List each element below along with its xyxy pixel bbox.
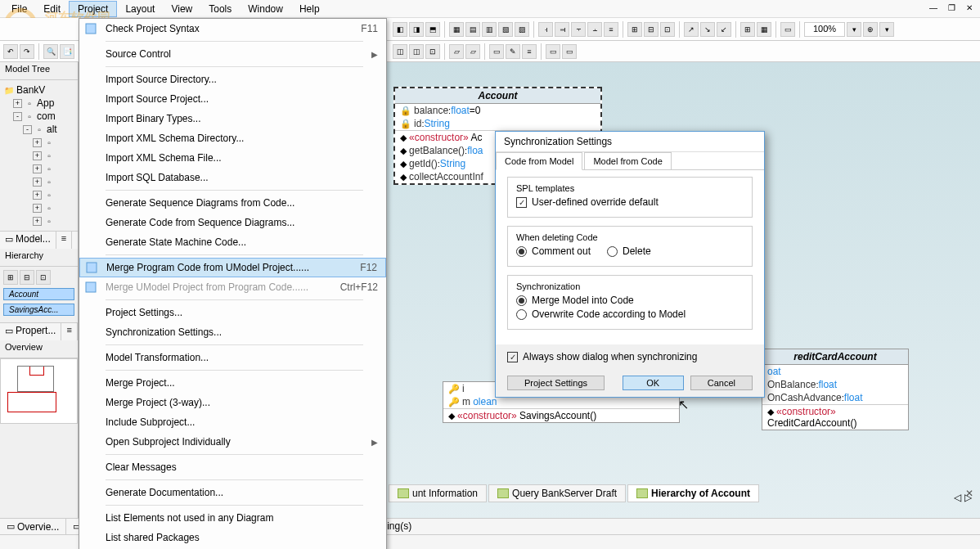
menu-item[interactable]: Import Source Directory... <box>79 70 386 89</box>
close-icon[interactable]: ✕ <box>962 2 977 13</box>
hierarchy-btn[interactable]: ⊟ <box>20 270 34 285</box>
menu-item[interactable]: Check Project SyntaxF11 <box>79 19 386 38</box>
tool-icon[interactable]: ▥ <box>482 22 497 37</box>
hierarchy-btn[interactable]: ⊞ <box>3 270 18 285</box>
menu-item[interactable]: Merge Project (3-way)... <box>79 393 386 412</box>
tool-icon[interactable]: ⬒ <box>425 22 440 37</box>
menu-window[interactable]: Window <box>240 2 291 16</box>
radio-overwrite[interactable]: Overwrite Code according to Model <box>516 308 744 320</box>
menu-item[interactable]: Generate Documentation... <box>79 483 386 502</box>
tool-icon[interactable]: ▱ <box>449 44 464 59</box>
align-right-icon[interactable]: ⫤ <box>555 22 569 37</box>
menu-item[interactable]: Synchronization Settings... <box>79 322 386 342</box>
tab-properties[interactable]: ▭ Propert... <box>0 323 61 340</box>
menu-item[interactable]: Import SQL Database... <box>79 168 386 187</box>
tool-icon[interactable]: ↗ <box>684 22 699 37</box>
align-top-icon[interactable]: ⫟ <box>571 22 586 37</box>
menu-project[interactable]: Project <box>69 1 117 17</box>
overview-thumbnail[interactable] <box>0 358 78 424</box>
menu-item[interactable]: Clear Messages <box>79 457 386 477</box>
menu-item[interactable]: List shared Packages <box>79 528 386 547</box>
tab-model-from-code[interactable]: Model from Code <box>584 152 671 169</box>
minimize-icon[interactable]: — <box>926 2 941 13</box>
menu-item[interactable]: Project Settings... <box>79 303 386 322</box>
menu-help[interactable]: Help <box>291 2 328 16</box>
redo-icon[interactable]: ↷ <box>20 44 34 59</box>
tool-icon[interactable]: ◫ <box>409 44 424 59</box>
stack-icon[interactable]: ≡ <box>522 44 537 59</box>
zoom-input[interactable]: 100% <box>804 22 845 37</box>
radio-comment-out[interactable]: Comment out <box>516 245 591 257</box>
menu-item[interactable]: Generate Code from Sequence Diagrams... <box>79 213 386 232</box>
fit-icon[interactable]: ⊕ <box>863 22 878 37</box>
dropdown-icon[interactable]: ▾ <box>847 22 861 37</box>
tree-item[interactable]: +▫ <box>2 201 76 214</box>
layer-icon[interactable]: ▭ <box>780 22 795 37</box>
tool-icon[interactable]: 📑 <box>60 44 74 59</box>
tab-other[interactable]: ≡ <box>61 323 77 340</box>
menu-item[interactable]: Generate Sequence Diagrams from Code... <box>79 193 386 213</box>
grid-icon[interactable]: ▦ <box>757 22 771 37</box>
hierarchy-node[interactable]: Account <box>3 288 74 300</box>
tool-icon[interactable]: ▱ <box>465 44 480 59</box>
grid-icon[interactable]: ⊞ <box>740 22 755 37</box>
tree-item[interactable]: +▫ <box>2 149 76 162</box>
tree-item[interactable]: +▫ <box>2 175 76 188</box>
tool-icon[interactable]: ◨ <box>409 22 424 37</box>
menu-tools[interactable]: Tools <box>200 2 240 16</box>
tool-icon[interactable]: ▭ <box>546 44 560 59</box>
tree-item[interactable]: +▫ <box>2 162 76 175</box>
tool-icon[interactable]: ▤ <box>465 22 480 37</box>
tree-item[interactable]: +▫ <box>2 188 76 201</box>
menu-item[interactable]: Model Transformation... <box>79 348 386 367</box>
tree-item[interactable]: +▫ <box>2 136 76 149</box>
menu-item[interactable]: Include Subproject... <box>79 412 386 432</box>
menu-item[interactable]: Import Binary Types... <box>79 109 386 128</box>
radio-merge[interactable]: Merge Model into Code <box>516 295 744 306</box>
dropdown-icon[interactable]: ▾ <box>879 22 894 37</box>
align-bottom-icon[interactable]: ⫠ <box>587 22 602 37</box>
menu-file[interactable]: File <box>3 2 35 16</box>
checkbox-icon[interactable]: ✓ <box>516 197 527 208</box>
hierarchy-node[interactable]: SavingsAcc... <box>3 304 74 316</box>
tool-icon[interactable]: ▧ <box>498 22 513 37</box>
hierarchy-btn[interactable]: ⊡ <box>36 270 51 285</box>
uml-class-credit[interactable]: reditCardAccount oat OnBalance:float OnC… <box>762 349 909 430</box>
radio-delete[interactable]: Delete <box>607 245 651 257</box>
tool-icon[interactable]: 🔍 <box>43 44 58 59</box>
checkbox-icon[interactable]: ✓ <box>507 352 518 362</box>
radio-icon[interactable] <box>607 246 618 257</box>
tool-icon[interactable]: ⊡ <box>660 22 675 37</box>
menu-item[interactable]: Merge Project... <box>79 373 386 393</box>
check-user-defined[interactable]: ✓ User-defined override default <box>516 196 744 208</box>
tab-code-from-model[interactable]: Code from Model <box>496 152 582 170</box>
menu-item[interactable]: Import XML Schema Directory... <box>79 128 386 148</box>
radio-icon[interactable] <box>516 295 527 306</box>
menu-item[interactable]: Generate State Machine Code... <box>79 232 386 252</box>
tree-item[interactable]: +▫App <box>2 97 76 110</box>
undo-icon[interactable]: ↶ <box>3 44 18 59</box>
tool-icon[interactable]: ⊡ <box>425 44 440 59</box>
tab-scroll-left-icon[interactable]: ◁ <box>954 492 961 503</box>
tool-icon[interactable]: ⊞ <box>627 22 642 37</box>
diagram-tab[interactable]: unt Information <box>389 484 487 502</box>
new-icon[interactable]: ▭ <box>489 44 504 59</box>
menu-item[interactable]: List Elements not used in any Diagram <box>79 508 386 528</box>
tool-icon[interactable]: ◧ <box>393 22 407 37</box>
diagram-tab[interactable]: Hierarchy of Account <box>627 484 759 502</box>
menu-layout[interactable]: Layout <box>117 2 163 16</box>
align-left-icon[interactable]: ⫞ <box>538 22 553 37</box>
menu-item[interactable]: Open Subproject Individually▶ <box>79 432 386 452</box>
open-icon[interactable]: ✎ <box>506 44 520 59</box>
tool-icon[interactable]: ↘ <box>700 22 715 37</box>
menu-item[interactable]: Source Control▶ <box>79 44 386 64</box>
tab-model[interactable]: ▭ Model... <box>0 232 56 249</box>
restore-icon[interactable]: ❐ <box>944 2 959 13</box>
tab-overview[interactable]: ▭ Overvie... <box>0 519 66 534</box>
tool-icon[interactable]: ↙ <box>717 22 731 37</box>
tool-icon[interactable]: ◫ <box>393 44 407 59</box>
tab-other[interactable]: ≡ <box>56 232 72 249</box>
tree-item[interactable]: -▫alt <box>2 123 76 136</box>
model-tree[interactable]: 📁BankV+▫App-▫com-▫alt+▫+▫+▫+▫+▫+▫+▫ <box>0 80 78 231</box>
project-settings-button[interactable]: Project Settings <box>507 376 605 390</box>
